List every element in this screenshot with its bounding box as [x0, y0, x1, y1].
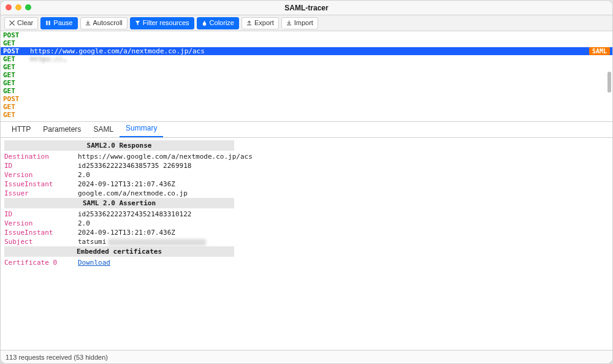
- field-value: 2.0: [78, 219, 90, 227]
- autoscroll-label: Autoscroll: [93, 20, 123, 26]
- http-method: POST: [3, 47, 30, 55]
- import-button[interactable]: Import: [281, 17, 318, 29]
- toolbar: Clear Pause Autoscroll Filter resources …: [1, 15, 612, 31]
- field-label: ID: [4, 210, 66, 218]
- field-value: 2.0: [78, 171, 90, 179]
- http-method: GET: [3, 79, 30, 87]
- x-icon: [9, 20, 15, 26]
- section-header-response: SAML2.0 Response: [4, 140, 234, 151]
- scrollbar-thumb[interactable]: [607, 72, 611, 93]
- filter-button[interactable]: Filter resources: [130, 17, 194, 29]
- status-bar: 113 requests received (53 hidden): [1, 350, 612, 363]
- http-method: POST: [3, 31, 30, 39]
- download-cert-link[interactable]: Download: [78, 259, 110, 267]
- request-row[interactable]: GEThttps://…: [1, 55, 612, 63]
- request-row[interactable]: POST: [1, 95, 612, 103]
- export-button[interactable]: Export: [242, 17, 279, 29]
- section-header-assertion: SAML 2.0 Assertion: [4, 198, 234, 208]
- http-method: GET: [3, 111, 30, 119]
- window-controls: [6, 4, 31, 10]
- svg-rect-0: [47, 21, 48, 25]
- http-method: GET: [3, 63, 30, 71]
- import-label: Import: [294, 20, 313, 26]
- field-value: id25336222237243521483310122: [78, 210, 191, 218]
- close-window-icon[interactable]: [6, 4, 12, 10]
- field-value: https://www.google.com/a/nextmode.co.jp/…: [78, 153, 253, 161]
- upload-icon: [246, 20, 252, 26]
- field-label: Version: [4, 219, 66, 227]
- pause-button[interactable]: Pause: [40, 17, 77, 29]
- request-row[interactable]: GET: [1, 71, 612, 79]
- filter-label: Filter resources: [143, 20, 189, 26]
- tab-parameters[interactable]: Parameters: [37, 121, 87, 137]
- autoscroll-button[interactable]: Autoscroll: [80, 17, 128, 29]
- maximize-window-icon[interactable]: [25, 4, 31, 10]
- http-method: GET: [3, 55, 30, 63]
- download-icon: [85, 20, 91, 26]
- http-method: GET: [3, 71, 30, 79]
- tab-summary[interactable]: Summary: [120, 120, 163, 137]
- field-label: ID: [4, 162, 66, 170]
- request-row[interactable]: GET: [1, 103, 612, 111]
- app-window: SAML-tracer Clear Pause Autoscroll Filte…: [0, 0, 613, 364]
- saml-badge: SAML: [589, 47, 610, 55]
- http-method: POST: [3, 95, 30, 103]
- minimize-window-icon[interactable]: [15, 4, 21, 10]
- request-row[interactable]: GET: [1, 39, 612, 47]
- field-value: Download: [78, 259, 110, 267]
- field-label: Subject: [4, 238, 66, 246]
- field-label: Issuer: [4, 189, 66, 197]
- field-value: 2024-09-12T13:21:07.436Z: [78, 229, 175, 237]
- export-label: Export: [254, 20, 274, 26]
- pause-label: Pause: [53, 20, 72, 26]
- field-label: Version: [4, 171, 66, 179]
- http-method: GET: [3, 103, 30, 111]
- field-value: id253362222346385735 2269918: [78, 162, 191, 170]
- section-header-certificates: Embedded certificates: [4, 246, 234, 257]
- svg-rect-1: [49, 21, 50, 25]
- droplet-icon: [202, 20, 207, 26]
- request-row[interactable]: POSThttps://www.google.com/a/nextmode.co…: [1, 47, 612, 55]
- colorize-button[interactable]: Colorize: [197, 17, 239, 29]
- field-label: Destination: [4, 153, 66, 161]
- colorize-label: Colorize: [210, 20, 234, 26]
- titlebar: SAML-tracer: [1, 1, 612, 15]
- tab-saml[interactable]: SAML: [87, 121, 120, 137]
- clear-button[interactable]: Clear: [4, 17, 38, 29]
- request-list[interactable]: POST GET: [1, 31, 612, 122]
- field-value: tatsumi: [78, 238, 206, 246]
- request-url: https://www.google.com/a/nextmode.co.jp/…: [30, 47, 589, 55]
- window-title: SAML-tracer: [284, 4, 328, 12]
- clear-label: Clear: [17, 20, 33, 26]
- field-label: Certificate 0: [4, 259, 66, 267]
- detail-tabs: HTTP Parameters SAML Summary: [1, 122, 612, 138]
- request-row[interactable]: GET: [1, 87, 612, 95]
- detail-panel: SAML2.0 Response Destinationhttps://www.…: [1, 138, 612, 350]
- request-row[interactable]: GET: [1, 111, 612, 119]
- field-value: 2024-09-12T13:21:07.436Z: [78, 180, 175, 188]
- request-row[interactable]: GET: [1, 79, 612, 87]
- field-value: google.com/a/nextmode.co.jp: [78, 189, 188, 197]
- status-text: 113 requests received (53 hidden): [6, 354, 108, 361]
- http-method: GET: [3, 39, 30, 47]
- http-method: GET: [3, 87, 30, 95]
- tab-http[interactable]: HTTP: [6, 121, 37, 137]
- request-row[interactable]: GET: [1, 63, 612, 71]
- funnel-icon: [135, 20, 140, 26]
- request-url: https://…: [30, 55, 610, 63]
- download-icon: [286, 20, 292, 26]
- field-label: IssueInstant: [4, 229, 66, 237]
- field-label: IssueInstant: [4, 180, 66, 188]
- pause-icon: [45, 20, 51, 26]
- request-row[interactable]: POST: [1, 31, 612, 39]
